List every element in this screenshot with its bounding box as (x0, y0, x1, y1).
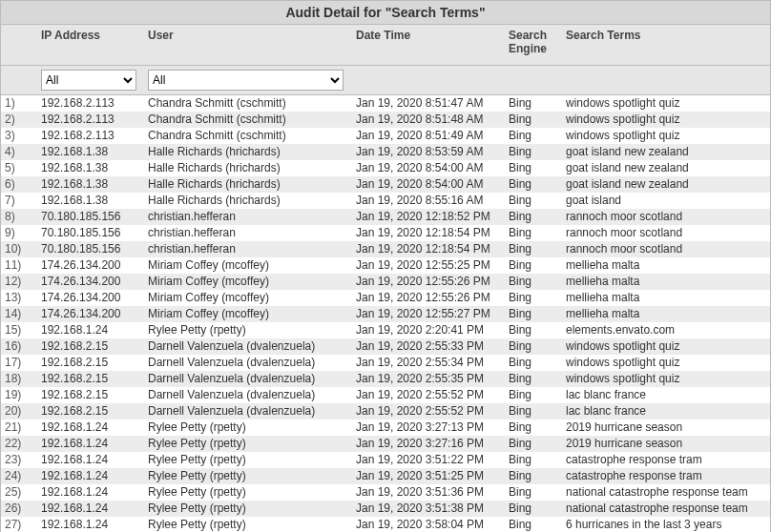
cell-engine: Bing (509, 193, 566, 209)
table-row[interactable]: 6)192.168.1.38Halle Richards (hrichards)… (1, 176, 770, 193)
row-number: 23) (1, 452, 41, 468)
cell-term: national catastrophe response team (566, 484, 770, 501)
panel-title: Audit Detail for "Search Terms" (1, 1, 770, 25)
cell-ip: 192.168.1.24 (41, 452, 148, 468)
table-row[interactable]: 25)192.168.1.24Rylee Petty (rpetty)Jan 1… (1, 484, 770, 501)
row-number: 22) (1, 436, 41, 452)
col-header-terms[interactable]: Search Terms (566, 29, 770, 42)
col-header-engine[interactable]: Search (509, 29, 566, 42)
table-row[interactable]: 23)192.168.1.24Rylee Petty (rpetty)Jan 1… (1, 452, 770, 468)
cell-term: windows spotlight quiz (566, 338, 770, 355)
col-header-datetime[interactable]: Date Time (356, 29, 509, 42)
cell-term: lac blanc france (566, 403, 770, 419)
cell-ip: 192.168.2.15 (41, 371, 148, 387)
table-row[interactable]: 2)192.168.2.113Chandra Schmitt (cschmitt… (1, 112, 770, 128)
table-row[interactable]: 21)192.168.1.24Rylee Petty (rpetty)Jan 1… (1, 419, 770, 436)
row-number: 12) (1, 274, 41, 290)
cell-datetime: Jan 19, 2020 3:27:13 PM (356, 419, 509, 436)
row-number: 4) (1, 144, 41, 160)
table-row[interactable]: 12)174.26.134.200Miriam Coffey (mcoffey)… (1, 274, 770, 290)
filter-bar: All All (1, 66, 770, 95)
table-row[interactable]: 19)192.168.2.15Darnell Valenzuela (dvale… (1, 387, 770, 403)
cell-ip: 192.168.1.38 (41, 193, 148, 209)
cell-engine: Bing (509, 355, 566, 371)
cell-ip: 192.168.1.24 (41, 468, 148, 484)
cell-user: christian.hefferan (148, 225, 356, 241)
cell-engine: Bing (509, 95, 566, 112)
cell-user: Rylee Petty (rpetty) (148, 322, 356, 338)
table-row[interactable]: 10)70.180.185.156christian.hefferanJan 1… (1, 241, 770, 257)
cell-term: elements.envato.com (566, 322, 770, 338)
cell-engine: Bing (509, 468, 566, 484)
table-row[interactable]: 26)192.168.1.24Rylee Petty (rpetty)Jan 1… (1, 501, 770, 517)
cell-datetime: Jan 19, 2020 12:18:52 PM (356, 209, 509, 225)
cell-datetime: Jan 19, 2020 2:55:33 PM (356, 338, 509, 355)
cell-ip: 192.168.1.24 (41, 501, 148, 517)
row-number: 27) (1, 517, 41, 532)
table-row[interactable]: 7)192.168.1.38Halle Richards (hrichards)… (1, 193, 770, 209)
cell-engine: Bing (509, 160, 566, 176)
row-number: 15) (1, 322, 41, 338)
cell-engine: Bing (509, 419, 566, 436)
cell-ip: 192.168.1.38 (41, 160, 148, 176)
cell-user: Miriam Coffey (mcoffey) (148, 290, 356, 306)
cell-term: lac blanc france (566, 387, 770, 403)
table-row[interactable]: 27)192.168.1.24Rylee Petty (rpetty)Jan 1… (1, 517, 770, 532)
col-header-user[interactable]: User (148, 29, 356, 42)
cell-user: Rylee Petty (rpetty) (148, 436, 356, 452)
table-row[interactable]: 15)192.168.1.24Rylee Petty (rpetty)Jan 1… (1, 322, 770, 338)
row-number: 25) (1, 484, 41, 501)
cell-user: Darnell Valenzuela (dvalenzuela) (148, 403, 356, 419)
row-number: 17) (1, 355, 41, 371)
row-number: 9) (1, 225, 41, 241)
cell-ip: 174.26.134.200 (41, 306, 148, 322)
table-row[interactable]: 22)192.168.1.24Rylee Petty (rpetty)Jan 1… (1, 436, 770, 452)
cell-ip: 192.168.2.113 (41, 112, 148, 128)
table-row[interactable]: 1)192.168.2.113Chandra Schmitt (cschmitt… (1, 95, 770, 112)
cell-user: Halle Richards (hrichards) (148, 160, 356, 176)
cell-engine: Bing (509, 144, 566, 160)
table-row[interactable]: 24)192.168.1.24Rylee Petty (rpetty)Jan 1… (1, 468, 770, 484)
filter-ip-select[interactable]: All (41, 70, 136, 91)
cell-term: rannoch moor scotland (566, 209, 770, 225)
cell-ip: 192.168.1.24 (41, 484, 148, 501)
cell-engine: Bing (509, 403, 566, 419)
cell-user: Rylee Petty (rpetty) (148, 419, 356, 436)
cell-user: Chandra Schmitt (cschmitt) (148, 112, 356, 128)
table-row[interactable]: 5)192.168.1.38Halle Richards (hrichards)… (1, 160, 770, 176)
cell-ip: 70.180.185.156 (41, 241, 148, 257)
table-row[interactable]: 20)192.168.2.15Darnell Valenzuela (dvale… (1, 403, 770, 419)
table-row[interactable]: 14)174.26.134.200Miriam Coffey (mcoffey)… (1, 306, 770, 322)
row-number: 8) (1, 209, 41, 225)
filter-user-select[interactable]: All (148, 70, 344, 91)
cell-term: rannoch moor scotland (566, 241, 770, 257)
cell-user: Darnell Valenzuela (dvalenzuela) (148, 338, 356, 355)
table-row[interactable]: 4)192.168.1.38Halle Richards (hrichards)… (1, 144, 770, 160)
col-header-ip[interactable]: IP Address (41, 29, 148, 42)
row-number: 5) (1, 160, 41, 176)
table-row[interactable]: 16)192.168.2.15Darnell Valenzuela (dvale… (1, 338, 770, 355)
row-number: 20) (1, 403, 41, 419)
table-row[interactable]: 13)174.26.134.200Miriam Coffey (mcoffey)… (1, 290, 770, 306)
table-row[interactable]: 18)192.168.2.15Darnell Valenzuela (dvale… (1, 371, 770, 387)
cell-ip: 174.26.134.200 (41, 257, 148, 274)
table-row[interactable]: 11)174.26.134.200Miriam Coffey (mcoffey)… (1, 257, 770, 274)
cell-engine: Bing (509, 257, 566, 274)
cell-datetime: Jan 19, 2020 3:58:04 PM (356, 517, 509, 532)
cell-datetime: Jan 19, 2020 3:51:25 PM (356, 468, 509, 484)
row-number: 26) (1, 501, 41, 517)
cell-datetime: Jan 19, 2020 8:53:59 AM (356, 144, 509, 160)
row-number: 10) (1, 241, 41, 257)
row-number: 3) (1, 128, 41, 144)
cell-ip: 192.168.1.24 (41, 517, 148, 532)
table-row[interactable]: 8)70.180.185.156christian.hefferanJan 19… (1, 209, 770, 225)
row-number: 11) (1, 257, 41, 274)
table-row[interactable]: 3)192.168.2.113Chandra Schmitt (cschmitt… (1, 128, 770, 144)
table-row[interactable]: 17)192.168.2.15Darnell Valenzuela (dvale… (1, 355, 770, 371)
cell-term: mellieha malta (566, 257, 770, 274)
cell-engine: Bing (509, 225, 566, 241)
cell-ip: 70.180.185.156 (41, 209, 148, 225)
table-row[interactable]: 9)70.180.185.156christian.hefferanJan 19… (1, 225, 770, 241)
cell-ip: 192.168.2.113 (41, 95, 148, 112)
cell-ip: 192.168.2.15 (41, 387, 148, 403)
